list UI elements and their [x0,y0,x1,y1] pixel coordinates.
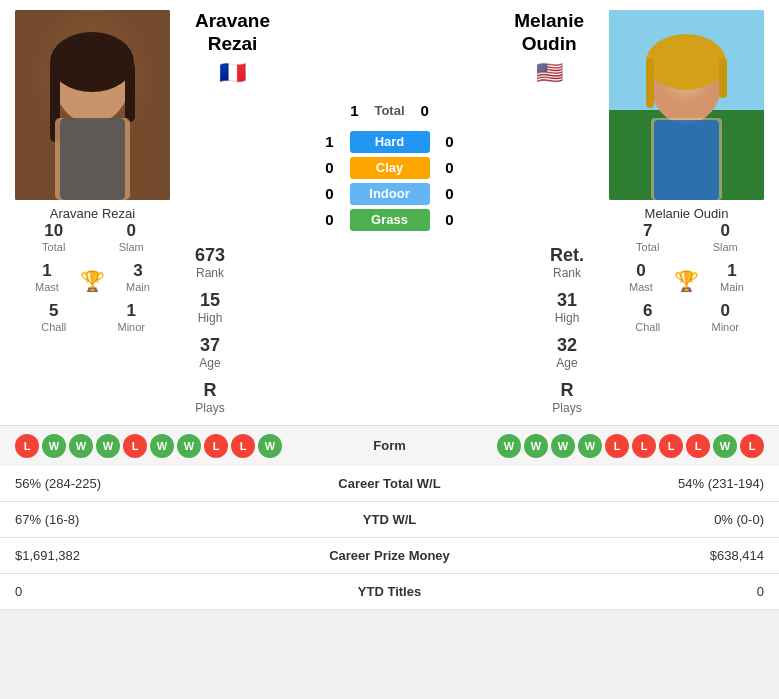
right-player-photo [609,10,764,200]
right-chall-lbl: Chall [635,321,660,333]
left-name-flag: Aravane Rezai 🇫🇷 [195,10,270,86]
right-form-badge: W [551,434,575,458]
svg-rect-5 [125,62,135,122]
left-form-badge: W [42,434,66,458]
right-total-block: 7 Total [611,221,685,253]
svg-point-11 [646,34,726,90]
left-minor-block: 1 Minor [94,301,168,333]
stats-right-val: 0 [522,573,779,609]
right-mast-block: 0 Mast [610,261,672,293]
grass-left: 0 [320,211,340,228]
right-minor-block: 0 Minor [688,301,762,333]
left-chall-block: 5 Chall [17,301,91,333]
indoor-left: 0 [320,185,340,202]
svg-rect-12 [646,58,654,108]
right-form-badge: L [740,434,764,458]
svg-point-3 [50,32,134,92]
stats-left-val: 0 [0,573,257,609]
right-mast-lbl: Mast [629,281,653,293]
indoor-badge: Indoor [350,183,430,205]
left-total-val: 10 [44,221,63,241]
grass-row: 0 Grass 0 [195,209,584,231]
right-plays-lbl: Plays [552,401,581,415]
right-minor-lbl: Minor [711,321,739,333]
left-main-lbl: Main [126,281,150,293]
right-main-lbl: Main [720,281,744,293]
right-form-badge: W [497,434,521,458]
right-slam-lbl: Slam [713,241,738,253]
right-slam-block: 0 Slam [688,221,762,253]
right-form-badge: W [524,434,548,458]
left-age-lbl: Age [199,356,220,370]
clay-row: 0 Clay 0 [195,157,584,179]
right-rank-val: Ret. [550,245,584,266]
right-age-val: 32 [557,335,577,356]
right-total-lbl: Total [636,241,659,253]
left-form-badge: W [258,434,282,458]
surface-rows: 1 Hard 0 0 Clay 0 0 Indoor [185,127,594,235]
stats-row: $1,691,382 Career Prize Money $638,414 [0,537,779,573]
left-mast-lbl: Mast [35,281,59,293]
right-form-badge: L [605,434,629,458]
clay-right: 0 [440,159,460,176]
right-name-line1: Melanie [514,10,584,31]
left-total-block: 10 Total [17,221,91,253]
left-player-photo [15,10,170,200]
left-form-badge: L [123,434,147,458]
left-slam-val: 0 [127,221,136,241]
left-age-val: 37 [200,335,220,356]
hard-right: 0 [440,133,460,150]
left-plays-block: R Plays [195,380,224,415]
left-form-badge: W [96,434,120,458]
right-player-name-below: Melanie Oudin [645,206,729,221]
left-form-badge: W [150,434,174,458]
left-main-block: 3 Main [107,261,169,293]
left-rank-block: 673 Rank [195,245,225,280]
left-flag: 🇫🇷 [219,60,246,86]
left-player-col: Aravane Rezai 10 Total 0 Slam 1 Mast 🏆 [0,0,185,351]
left-form-badge: L [231,434,255,458]
left-name-line1: Aravane [195,10,270,31]
left-plays-lbl: Plays [195,401,224,415]
total-right-score: 0 [415,102,435,119]
left-chall-val: 5 [49,301,58,321]
left-trophy-row: 1 Mast 🏆 3 Main [15,261,170,301]
right-plays-val: R [560,380,573,401]
left-form-badge: W [177,434,201,458]
right-flag: 🇺🇸 [536,60,563,86]
stats-left-val: 56% (284-225) [0,466,257,502]
stats-center-label: Career Total W/L [257,466,522,502]
left-form-badges: LWWWLWWLLW [15,434,330,458]
hard-row: 1 Hard 0 [195,131,584,153]
right-mast-val: 0 [636,261,645,281]
right-name-line2: Oudin [522,33,577,54]
hard-left: 1 [320,133,340,150]
left-player-name-below: Aravane Rezai [50,206,135,221]
right-main-block: 1 Main [701,261,763,293]
right-form-badge: L [659,434,683,458]
right-trophy-row: 0 Mast 🏆 1 Main [609,261,764,301]
left-slam-block: 0 Slam [94,221,168,253]
center-col: Aravane Rezai 🇫🇷 Melanie Oudin 🇺🇸 1 Tota… [185,0,594,425]
right-high-block: 31 High [555,290,580,325]
left-rank-val: 673 [195,245,225,266]
svg-rect-13 [719,58,727,98]
svg-rect-7 [60,118,125,200]
clay-badge: Clay [350,157,430,179]
stats-center-label: YTD W/L [257,501,522,537]
right-minor-val: 0 [721,301,730,321]
left-trophy-icon: 🏆 [80,269,105,293]
clay-left: 0 [320,159,340,176]
total-left-score: 1 [344,102,364,119]
left-age-block: 37 Age [199,335,220,370]
right-form-badges: WWWWLLLLWL [450,434,765,458]
right-bottom-stats: 6 Chall 0 Minor [609,301,764,341]
right-trophy-icon: 🏆 [674,269,699,293]
right-high-lbl: High [555,311,580,325]
stats-left-val: 67% (16-8) [0,501,257,537]
left-rank-lbl: Rank [196,266,224,280]
right-stats-grid: 7 Total 0 Slam [609,221,764,261]
right-age-lbl: Age [556,356,577,370]
stats-table: 56% (284-225) Career Total W/L 54% (231-… [0,466,779,610]
left-minor-val: 1 [127,301,136,321]
